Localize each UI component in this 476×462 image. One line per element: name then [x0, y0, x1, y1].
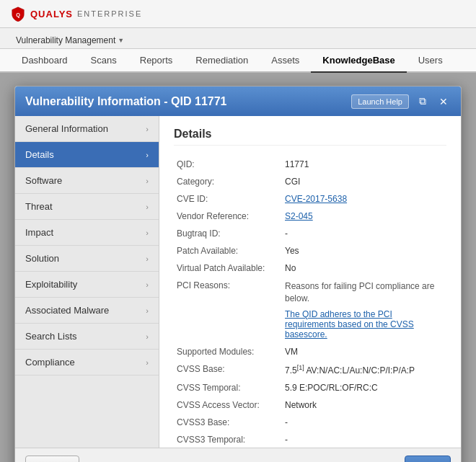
field-value-vendor-ref[interactable]: S2-045 — [282, 208, 446, 225]
chevron-right-icon: › — [146, 332, 149, 341]
field-value-cvss-base: 7.5[1] AV:N/AC:L/Au:N/C:P/I:P/A:P — [282, 360, 446, 379]
field-value-cvss3-temporal: - — [282, 431, 446, 448]
close-modal-button[interactable]: ✕ — [436, 94, 451, 109]
modal-header: Vulnerability Information - QID 11771 La… — [15, 86, 461, 116]
field-label-cvss3-base: CVSS3 Base: — [174, 414, 282, 431]
modal-body: General Information › Details › Software… — [15, 116, 461, 448]
field-value-cvss-access-vector: Network — [282, 396, 446, 414]
modal-overlay: Vulnerability Information - QID 11771 La… — [0, 73, 476, 462]
modal-sidebar: General Information › Details › Software… — [15, 116, 159, 448]
field-label-cvss-temporal: CVSS Temporal: — [174, 379, 282, 396]
table-row: QID: 11771 — [174, 156, 446, 173]
table-row: CVE ID: CVE-2017-5638 — [174, 190, 446, 208]
field-label-category: Category: — [174, 173, 282, 190]
table-row: Virtual Patch Available: No — [174, 259, 446, 277]
expand-modal-button[interactable]: ⧉ — [416, 94, 429, 109]
sidebar-item-threat[interactable]: Threat › — [15, 194, 159, 220]
tab-knowledgebase[interactable]: KnowledgeBase — [311, 49, 406, 73]
chevron-right-icon: › — [146, 358, 149, 367]
modal-footer: Close Edit — [15, 448, 461, 462]
close-button[interactable]: Close — [25, 456, 79, 462]
launch-help-button[interactable]: Launch Help — [351, 94, 409, 109]
field-label-vendor-ref: Vendor Reference: — [174, 208, 282, 225]
table-row: CVSS3 Base: - — [174, 414, 446, 431]
table-row-cvss-base: CVSS Base: 7.5[1] AV:N/AC:L/Au:N/C:P/I:P… — [174, 360, 446, 379]
field-value-bugtraq: - — [282, 225, 446, 242]
field-value-cve-id[interactable]: CVE-2017-5638 — [282, 190, 446, 208]
sidebar-item-search-lists[interactable]: Search Lists › — [15, 324, 159, 350]
table-row: Bugtraq ID: - — [174, 225, 446, 242]
chevron-right-icon: › — [146, 177, 149, 185]
field-label-pci: PCI Reasons: — [174, 277, 282, 343]
field-label-virtual-patch: Virtual Patch Available: — [174, 259, 282, 277]
sidebar-item-software[interactable]: Software › — [15, 168, 159, 194]
field-value-category: CGI — [282, 173, 446, 190]
field-label-supported-modules: Supported Modules: — [174, 343, 282, 360]
table-row: Supported Modules: VM — [174, 343, 446, 360]
qualys-shield-icon: Q — [10, 6, 26, 22]
chevron-right-icon: › — [146, 280, 149, 289]
sidebar-item-associated-malware[interactable]: Associated Malware › — [15, 298, 159, 324]
sidebar-item-exploitability[interactable]: Exploitability › — [15, 272, 159, 298]
cvss-footnote-superscript: [1] — [297, 364, 304, 371]
field-label-cvss-access-vector: CVSS Access Vector: — [174, 396, 282, 414]
qualys-enterprise-label: ENTERPRISE — [77, 9, 142, 18]
field-value-virtual-patch: No — [282, 259, 446, 277]
table-row: Patch Available: Yes — [174, 242, 446, 259]
sidebar-item-general-information[interactable]: General Information › — [15, 116, 159, 142]
tab-users[interactable]: Users — [407, 49, 454, 73]
tab-scans[interactable]: Scans — [79, 49, 128, 73]
tab-assets[interactable]: Assets — [260, 49, 311, 73]
content-area: Details QID: 11771 Category: CGI CVE ID:… — [159, 116, 461, 448]
field-value-cvss-temporal: 5.9 E:POC/RL:OF/RC:C — [282, 379, 446, 396]
cve-id-link[interactable]: CVE-2017-5638 — [285, 194, 347, 204]
field-value-supported-modules: VM — [282, 343, 446, 360]
chevron-right-icon: › — [146, 151, 149, 159]
modal-header-actions: Launch Help ⧉ ✕ — [351, 94, 451, 109]
tab-remediation[interactable]: Remediation — [184, 49, 260, 73]
vulnerability-modal: Vulnerability Information - QID 11771 La… — [14, 86, 462, 462]
edit-button[interactable]: Edit — [405, 456, 451, 462]
tab-dashboard[interactable]: Dashboard — [10, 49, 79, 73]
sidebar-item-compliance[interactable]: Compliance › — [15, 350, 159, 376]
field-label-cvss3-temporal: CVSS3 Temporal: — [174, 431, 282, 448]
field-value-patch: Yes — [282, 242, 446, 259]
field-label-qid: QID: — [174, 156, 282, 173]
content-section-title: Details — [174, 128, 446, 146]
chevron-right-icon: › — [146, 254, 149, 263]
nav-bar: Vulnerability Management ▼ — [0, 28, 476, 49]
chevron-right-icon: › — [146, 203, 149, 211]
vulnerability-management-dropdown[interactable]: Vulnerability Management ▼ — [10, 32, 130, 48]
chevron-right-icon: › — [146, 306, 149, 315]
table-row: CVSS Access Vector: Network — [174, 396, 446, 414]
chevron-right-icon: › — [146, 125, 149, 133]
field-value-cvss3-base: - — [282, 414, 446, 431]
sidebar-item-impact[interactable]: Impact › — [15, 220, 159, 246]
field-value-qid: 11771 — [282, 156, 446, 173]
chevron-right-icon: › — [146, 228, 149, 237]
vendor-reference-link[interactable]: S2-045 — [285, 211, 313, 221]
table-row: Category: CGI — [174, 173, 446, 190]
sidebar-item-solution[interactable]: Solution › — [15, 246, 159, 272]
sidebar-item-details[interactable]: Details › — [15, 142, 159, 168]
table-row: CVSS Temporal: 5.9 E:POC/RL:OF/RC:C — [174, 379, 446, 396]
table-row-pci: PCI Reasons: Reasons for failing PCI com… — [174, 277, 446, 343]
dropdown-arrow-icon: ▼ — [118, 37, 124, 44]
field-label-bugtraq: Bugtraq ID: — [174, 225, 282, 242]
field-value-pci: Reasons for failing PCI compliance are b… — [282, 277, 446, 343]
field-label-cve-id: CVE ID: — [174, 190, 282, 208]
svg-text:Q: Q — [16, 12, 20, 18]
pci-cvss-link[interactable]: The QID adheres to the PCI requirements … — [285, 309, 414, 339]
tab-reports[interactable]: Reports — [128, 49, 185, 73]
qualys-logo: Q QUALYS ENTERPRISE — [10, 6, 142, 22]
field-label-patch: Patch Available: — [174, 242, 282, 259]
qualys-brand-text: QUALYS — [30, 9, 73, 19]
table-row: Vendor Reference: S2-045 — [174, 208, 446, 225]
top-bar: Q QUALYS ENTERPRISE — [0, 0, 476, 28]
pci-reasons-text: Reasons for failing PCI compliance are b… — [285, 280, 444, 305]
field-label-cvss-base: CVSS Base: — [174, 360, 282, 379]
details-table: QID: 11771 Category: CGI CVE ID: CVE-201… — [174, 156, 446, 448]
main-nav: Dashboard Scans Reports Remediation Asse… — [0, 49, 476, 73]
modal-title: Vulnerability Information - QID 11771 — [25, 95, 226, 108]
table-row: CVSS3 Temporal: - — [174, 431, 446, 448]
